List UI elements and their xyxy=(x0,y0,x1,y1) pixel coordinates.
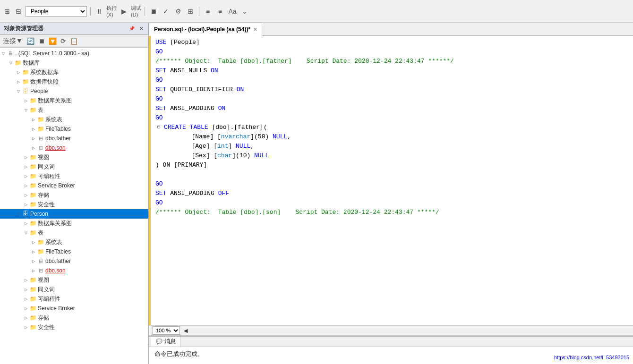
tree-node-people-father[interactable]: ▷ ⊞ dbo.father xyxy=(0,134,148,143)
people-father-expander[interactable]: ▷ xyxy=(30,135,37,142)
person-prog-label: 可编程性 xyxy=(38,295,60,303)
people-tables-expander[interactable]: ▽ xyxy=(23,107,29,113)
people-filetables-expander[interactable]: ▷ xyxy=(30,126,37,132)
person-security-expander[interactable]: ▷ xyxy=(23,324,29,330)
format-icon[interactable]: ≡ xyxy=(215,6,225,17)
tree-node-people-storage[interactable]: ▷ 📁 存储 xyxy=(0,190,148,200)
tree-node-person-security[interactable]: ▷ 📁 安全性 xyxy=(0,322,148,332)
snapshots-expander[interactable]: ▷ xyxy=(15,78,22,85)
sync-icon[interactable]: ⟳ xyxy=(60,36,67,46)
person-sys-tables-expander[interactable]: ▷ xyxy=(30,239,37,245)
zoom-select[interactable]: 100 % xyxy=(153,326,180,335)
tree-node-people-synonyms[interactable]: ▷ 📁 同义词 xyxy=(0,162,148,171)
database-selector[interactable]: People xyxy=(26,6,87,17)
tree-node-person-views[interactable]: ▷ 📁 视图 xyxy=(0,275,148,285)
tree-node-person-prog[interactable]: ▷ 📁 可编程性 xyxy=(0,294,148,304)
people-prog-label: 可编程性 xyxy=(38,172,60,180)
people-views-expander[interactable]: ▷ xyxy=(23,154,29,161)
people-diagrams-expander[interactable]: ▷ xyxy=(23,97,29,104)
people-security-expander[interactable]: ▷ xyxy=(23,201,29,208)
databases-expander[interactable]: ▽ xyxy=(8,59,14,66)
tree-node-person-filetables[interactable]: ▷ 📁 FileTables xyxy=(0,247,148,256)
tree-node-people-db[interactable]: ▽ 🗄 People xyxy=(0,86,148,96)
person-filetables-expander[interactable]: ▷ xyxy=(30,248,37,255)
stop-icon[interactable]: ⏹ xyxy=(148,6,159,17)
tab-close-button[interactable]: ✕ xyxy=(253,27,257,32)
tree-node-person-db[interactable]: ▽ 🗄 Person xyxy=(0,209,148,219)
person-storage-expander[interactable]: ▷ xyxy=(23,314,29,321)
tree-node-people-sys-tables[interactable]: ▷ 📁 系统表 xyxy=(0,115,148,124)
sql-editor[interactable]: USE [People] GO /****** Object: Table [d… xyxy=(149,36,633,325)
people-storage-expander[interactable]: ▷ xyxy=(23,192,29,198)
people-prog-expander[interactable]: ▷ xyxy=(23,173,29,179)
messages-tab[interactable]: 💬 消息 xyxy=(151,336,181,347)
refresh-icon[interactable]: 🔄 xyxy=(26,36,35,46)
person-prog-expander[interactable]: ▷ xyxy=(23,296,29,302)
tree-node-people-broker[interactable]: ▷ 📁 Service Broker xyxy=(0,181,148,190)
parse-icon[interactable]: ⚙ xyxy=(173,6,183,17)
people-sys-tables-expander[interactable]: ▷ xyxy=(30,116,37,123)
run-icon[interactable]: ▶ xyxy=(119,6,129,17)
person-tables-expander[interactable]: ▽ xyxy=(23,229,29,236)
align-icon[interactable]: ≡ xyxy=(203,6,213,17)
tree-node-person-broker[interactable]: ▷ 📁 Service Broker xyxy=(0,304,148,313)
sql-line-9: GO xyxy=(155,113,629,123)
people-broker-icon: 📁 xyxy=(29,182,37,189)
panel-close-icon[interactable]: ✕ xyxy=(138,25,145,32)
tree-node-people-diagrams[interactable]: ▷ 📁 数据库关系图 xyxy=(0,96,148,105)
tree-node-people-views[interactable]: ▷ 📁 视图 xyxy=(0,152,148,162)
execute-label[interactable]: 执行(X) xyxy=(106,6,117,17)
people-db-expander[interactable]: ▽ xyxy=(15,88,22,94)
people-synonyms-expander[interactable]: ▷ xyxy=(23,163,29,170)
icon2[interactable]: ⊟ xyxy=(13,6,24,17)
people-broker-expander[interactable]: ▷ xyxy=(23,182,29,189)
grid-icon[interactable]: ⊞ xyxy=(185,6,196,17)
tree-node-databases[interactable]: ▽ 📁 数据库 xyxy=(0,58,148,68)
tree-node-people-security[interactable]: ▷ 📁 安全性 xyxy=(0,200,148,209)
person-son-expander[interactable]: ▷ xyxy=(30,267,37,274)
root-expander[interactable]: ▽ xyxy=(0,50,7,57)
tree-node-people-filetables[interactable]: ▷ 📁 FileTables xyxy=(0,124,148,134)
person-diagrams-expander[interactable]: ▷ xyxy=(23,220,29,227)
people-son-expander[interactable]: ▷ xyxy=(30,144,37,151)
sql-line-2: GO xyxy=(155,47,629,57)
connect-button[interactable]: 连接▼ xyxy=(2,36,24,46)
zoom-arrow[interactable]: ◀ xyxy=(184,328,188,334)
collapse-marker[interactable]: ⊟ xyxy=(155,123,162,132)
pause-icon[interactable]: ⏸ xyxy=(94,6,104,17)
pin-icon[interactable]: 📌 xyxy=(128,25,136,32)
person-father-expander[interactable]: ▷ xyxy=(30,258,37,264)
sql-line-go6: GO xyxy=(155,198,629,208)
tree-node-person-son[interactable]: ▷ ⊞ dbo.son xyxy=(0,266,148,275)
sql-tab[interactable]: Person.sql - (local).People (sa (54))* ✕ xyxy=(149,23,262,36)
stop-obj-icon[interactable]: ⏹ xyxy=(37,36,46,46)
person-db-expander[interactable]: ▽ xyxy=(15,211,22,217)
filter-icon[interactable]: 🔽 xyxy=(48,36,58,46)
tree-container[interactable]: ▽ 🖥 . (SQL Server 11.0.3000 - sa) ▽ 📁 数据… xyxy=(0,48,148,364)
tree-node-person-synonyms[interactable]: ▷ 📁 同义词 xyxy=(0,285,148,294)
case-icon[interactable]: Aa xyxy=(227,6,238,17)
properties-icon[interactable]: 📋 xyxy=(69,36,79,46)
tree-node-people-son[interactable]: ▷ ⊞ dbo.son xyxy=(0,143,148,152)
tree-root[interactable]: ▽ 🖥 . (SQL Server 11.0.3000 - sa) xyxy=(0,49,148,58)
person-security-icon: 📁 xyxy=(29,323,37,331)
t-padding-off: ANSI_PADDING xyxy=(166,189,218,198)
tree-node-sys-dbs[interactable]: ▷ 📁 系统数据库 xyxy=(0,68,148,77)
tree-node-snapshots[interactable]: ▷ 📁 数据库快照 xyxy=(0,77,148,86)
tree-node-person-sys-tables[interactable]: ▷ 📁 系统表 xyxy=(0,237,148,247)
person-broker-expander[interactable]: ▷ xyxy=(23,305,29,312)
tree-node-people-tables[interactable]: ▽ 📁 表 xyxy=(0,105,148,115)
person-synonyms-expander[interactable]: ▷ xyxy=(23,286,29,293)
tree-node-person-diagrams[interactable]: ▷ 📁 数据库关系图 xyxy=(0,219,148,228)
person-broker-label: Service Broker xyxy=(38,305,75,312)
sys-dbs-expander[interactable]: ▷ xyxy=(15,69,22,76)
tree-node-people-prog[interactable]: ▷ 📁 可编程性 xyxy=(0,171,148,181)
check-icon[interactable]: ✓ xyxy=(161,6,171,17)
icon1[interactable]: ⊞ xyxy=(2,6,12,17)
person-views-expander[interactable]: ▷ xyxy=(23,277,29,283)
tree-node-person-tables[interactable]: ▽ 📁 表 xyxy=(0,228,148,237)
tree-node-person-father[interactable]: ▷ ⊞ dbo.father xyxy=(0,256,148,266)
debug-label[interactable]: 调试(D) xyxy=(131,6,141,17)
tree-node-person-storage[interactable]: ▷ 📁 存储 xyxy=(0,313,148,322)
down-icon[interactable]: ⌄ xyxy=(240,6,250,17)
